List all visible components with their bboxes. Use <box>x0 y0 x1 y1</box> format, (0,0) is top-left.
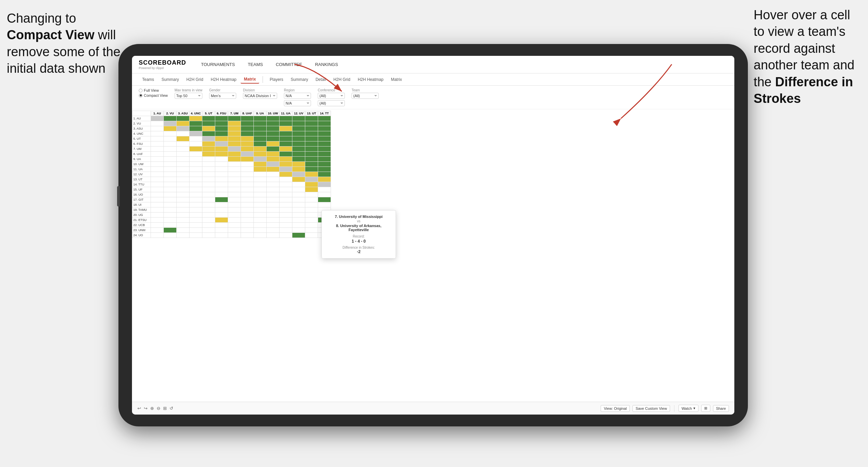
matrix-cell[interactable] <box>241 121 254 126</box>
matrix-cell[interactable] <box>267 177 280 182</box>
view-original-btn[interactable]: View: Original <box>601 405 630 412</box>
matrix-cell[interactable] <box>267 218 280 223</box>
matrix-cell[interactable] <box>215 131 228 136</box>
matrix-cell[interactable] <box>267 121 280 126</box>
matrix-cell[interactable] <box>280 207 292 213</box>
subnav-h2hheatmap1[interactable]: H2H Heatmap <box>207 76 240 83</box>
matrix-cell[interactable] <box>202 197 215 202</box>
zoom-in-icon[interactable]: ⊕ <box>150 406 154 411</box>
matrix-cell[interactable] <box>280 131 292 136</box>
matrix-cell[interactable] <box>190 218 202 223</box>
matrix-cell[interactable] <box>190 136 202 141</box>
matrix-cell[interactable] <box>254 172 267 177</box>
matrix-cell[interactable] <box>151 167 164 172</box>
matrix-cell[interactable] <box>151 162 164 167</box>
subnav-summary2[interactable]: Summary <box>287 76 311 83</box>
matrix-cell[interactable] <box>305 213 318 218</box>
matrix-cell[interactable] <box>228 202 241 207</box>
matrix-cell[interactable] <box>190 167 202 172</box>
matrix-cell[interactable] <box>318 187 331 192</box>
matrix-cell[interactable] <box>292 228 305 233</box>
matrix-cell[interactable] <box>267 223 280 228</box>
matrix-cell[interactable] <box>190 207 202 213</box>
matrix-cell[interactable] <box>318 116 331 121</box>
matrix-cell[interactable] <box>305 121 318 126</box>
matrix-cell[interactable] <box>177 131 190 136</box>
matrix-cell[interactable] <box>318 141 331 147</box>
matrix-cell[interactable] <box>164 147 177 152</box>
matrix-cell[interactable] <box>190 152 202 157</box>
matrix-cell[interactable] <box>241 182 254 187</box>
matrix-cell[interactable] <box>305 131 318 136</box>
matrix-cell[interactable] <box>267 116 280 121</box>
matrix-cell[interactable] <box>292 213 305 218</box>
matrix-cell[interactable] <box>254 182 267 187</box>
matrix-cell[interactable] <box>241 172 254 177</box>
matrix-cell[interactable] <box>177 197 190 202</box>
matrix-cell[interactable] <box>292 207 305 213</box>
matrix-cell[interactable] <box>241 233 254 238</box>
matrix-cell[interactable] <box>164 213 177 218</box>
matrix-cell[interactable] <box>292 152 305 157</box>
matrix-cell[interactable] <box>254 141 267 147</box>
matrix-cell[interactable] <box>215 152 228 157</box>
matrix-cell[interactable] <box>164 121 177 126</box>
matrix-cell[interactable] <box>215 197 228 202</box>
matrix-cell[interactable] <box>215 172 228 177</box>
matrix-cell[interactable] <box>190 131 202 136</box>
subnav-detail[interactable]: Detail <box>312 76 329 83</box>
matrix-cell[interactable] <box>228 131 241 136</box>
matrix-cell[interactable] <box>318 192 331 197</box>
matrix-cell[interactable] <box>254 152 267 157</box>
matrix-cell[interactable] <box>151 207 164 213</box>
matrix-cell[interactable] <box>215 157 228 162</box>
matrix-cell[interactable] <box>292 121 305 126</box>
matrix-cell[interactable] <box>164 177 177 182</box>
nav-committee[interactable]: COMMITTEE <box>274 62 304 67</box>
matrix-cell[interactable] <box>202 162 215 167</box>
matrix-cell[interactable] <box>228 182 241 187</box>
matrix-cell[interactable] <box>318 162 331 167</box>
matrix-cell[interactable] <box>164 207 177 213</box>
matrix-cell[interactable] <box>177 233 190 238</box>
matrix-cell[interactable] <box>254 177 267 182</box>
matrix-cell[interactable] <box>190 233 202 238</box>
matrix-cell[interactable] <box>318 136 331 141</box>
matrix-cell[interactable] <box>228 177 241 182</box>
matrix-cell[interactable] <box>164 223 177 228</box>
matrix-cell[interactable] <box>151 197 164 202</box>
matrix-cell[interactable] <box>164 182 177 187</box>
matrix-cell[interactable] <box>202 177 215 182</box>
subnav-h2hgrid1[interactable]: H2H Grid <box>183 76 207 83</box>
save-custom-btn[interactable]: Save Custom View <box>632 405 670 412</box>
matrix-cell[interactable] <box>280 228 292 233</box>
matrix-cell[interactable] <box>177 223 190 228</box>
matrix-cell[interactable] <box>228 141 241 147</box>
matrix-cell[interactable] <box>215 192 228 197</box>
matrix-cell[interactable] <box>190 182 202 187</box>
matrix-cell[interactable] <box>177 172 190 177</box>
matrix-cell[interactable] <box>177 207 190 213</box>
matrix-cell[interactable] <box>177 136 190 141</box>
matrix-cell[interactable] <box>164 192 177 197</box>
matrix-cell[interactable] <box>177 152 190 157</box>
matrix-cell[interactable] <box>177 187 190 192</box>
matrix-cell[interactable] <box>202 147 215 152</box>
matrix-cell[interactable] <box>280 172 292 177</box>
matrix-cell[interactable] <box>215 233 228 238</box>
matrix-cell[interactable] <box>151 136 164 141</box>
matrix-cell[interactable] <box>151 177 164 182</box>
matrix-cell[interactable] <box>241 192 254 197</box>
matrix-cell[interactable] <box>202 116 215 121</box>
matrix-cell[interactable] <box>151 141 164 147</box>
matrix-cell[interactable] <box>241 167 254 172</box>
matrix-cell[interactable] <box>305 152 318 157</box>
matrix-cell[interactable] <box>241 136 254 141</box>
matrix-cell[interactable] <box>318 147 331 152</box>
matrix-cell[interactable] <box>292 233 305 238</box>
matrix-cell[interactable] <box>151 223 164 228</box>
matrix-cell[interactable] <box>280 192 292 197</box>
compact-view-option[interactable]: Compact View <box>139 93 168 97</box>
matrix-cell[interactable] <box>215 223 228 228</box>
matrix-cell[interactable] <box>305 116 318 121</box>
